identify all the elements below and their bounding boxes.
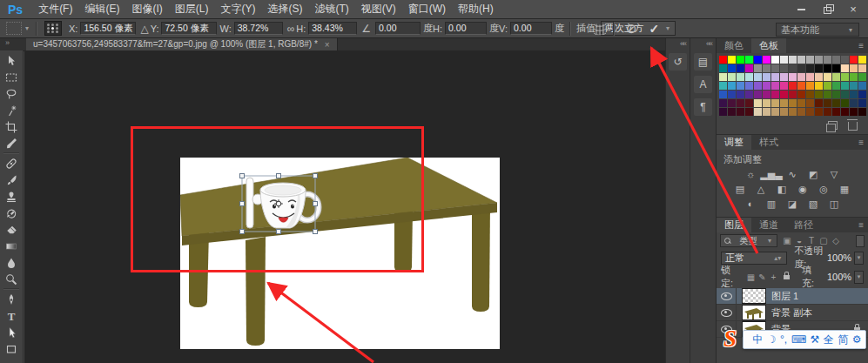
color-swatch[interactable] — [745, 99, 753, 107]
color-swatch[interactable] — [754, 56, 762, 64]
dodge-tool[interactable] — [2, 271, 21, 287]
tab-channels[interactable]: 通道 — [751, 218, 786, 232]
rectangle-tool[interactable] — [2, 340, 21, 357]
color-swatch[interactable] — [832, 73, 840, 81]
color-swatch[interactable] — [780, 73, 788, 81]
color-swatch[interactable] — [763, 56, 770, 64]
menu-item[interactable]: 文字(Y) — [214, 2, 261, 17]
color-swatch[interactable] — [745, 73, 753, 81]
color-swatch[interactable] — [780, 64, 788, 72]
color-swatch[interactable] — [789, 108, 797, 116]
color-swatch[interactable] — [806, 99, 814, 107]
color-swatch[interactable] — [832, 108, 840, 116]
color-swatch[interactable] — [806, 73, 814, 81]
layer-thumbnail[interactable] — [743, 306, 765, 319]
color-swatch[interactable] — [841, 64, 849, 72]
color-swatch[interactable] — [850, 82, 858, 90]
color-swatch[interactable] — [824, 73, 831, 81]
ime-chinese-mode[interactable]: 中 — [752, 333, 763, 347]
color-swatch[interactable] — [832, 99, 840, 107]
color-swatch[interactable] — [763, 99, 770, 107]
visibility-cell[interactable] — [717, 288, 737, 304]
levels-icon[interactable]: ▂▅▃ — [764, 169, 778, 180]
path-select-tool[interactable] — [2, 324, 21, 340]
vibrance-icon[interactable]: ▽ — [827, 169, 841, 180]
visibility-cell[interactable] — [717, 305, 737, 320]
eyedropper-tool[interactable] — [2, 135, 21, 151]
width-input[interactable]: 38.72% — [234, 22, 283, 35]
color-swatch[interactable] — [841, 108, 849, 116]
color-swatch[interactable] — [728, 56, 736, 64]
blur-tool[interactable] — [2, 254, 21, 271]
cancel-transform-button[interactable]: ⊘ — [626, 21, 637, 37]
menu-item[interactable]: 图层(L) — [169, 2, 215, 17]
canvas-pasteboard[interactable] — [24, 50, 665, 363]
color-swatch[interactable] — [850, 108, 858, 116]
color-swatch[interactable] — [789, 99, 797, 107]
color-swatch[interactable] — [719, 56, 727, 64]
close-tab-icon[interactable]: × — [325, 40, 330, 50]
curves-icon[interactable]: ∿ — [785, 169, 799, 180]
color-swatch[interactable] — [754, 99, 762, 107]
magic-wand-tool[interactable] — [2, 102, 21, 118]
properties-panel-icon[interactable]: ▤ — [694, 53, 712, 71]
move-tool[interactable] — [2, 52, 21, 69]
color-swatch[interactable] — [719, 108, 727, 116]
commit-transform-button[interactable]: ✓ — [649, 22, 660, 36]
eye-icon[interactable] — [721, 292, 732, 300]
color-swatch[interactable] — [763, 64, 770, 72]
color-swatch[interactable] — [719, 82, 727, 90]
color-swatch[interactable] — [737, 91, 744, 98]
lock-paint-icon[interactable]: ✎ — [757, 272, 767, 282]
close-button[interactable]: × — [840, 2, 866, 17]
crop-tool[interactable] — [2, 118, 21, 135]
color-swatch[interactable] — [797, 64, 805, 72]
invert-icon[interactable]: ◐ — [744, 198, 757, 210]
color-swatch[interactable] — [745, 56, 753, 64]
color-balance-icon[interactable]: △ — [754, 184, 768, 195]
color-swatch[interactable] — [737, 56, 744, 64]
color-swatch[interactable] — [737, 82, 744, 90]
restore-button[interactable] — [814, 2, 840, 17]
workspace-switcher[interactable]: 基本功能 ▾ — [776, 23, 859, 37]
pen-tool[interactable] — [2, 291, 21, 307]
skew-h-input[interactable]: 0.00 — [445, 22, 487, 35]
menu-item[interactable]: 文件(F) — [32, 2, 78, 17]
brightness-contrast-icon[interactable]: ☼ — [744, 169, 757, 180]
filter-pixel-layers-icon[interactable]: ▣ — [782, 236, 792, 245]
color-swatch[interactable] — [850, 64, 858, 72]
color-swatch[interactable] — [719, 91, 727, 98]
color-swatch[interactable] — [841, 99, 849, 107]
paragraph-panel-icon[interactable]: ¶ — [694, 98, 712, 116]
ime-moon-icon[interactable]: ☽ — [767, 333, 777, 346]
brush-tool[interactable] — [2, 171, 21, 188]
color-swatch[interactable] — [780, 99, 788, 107]
tab-color[interactable]: 颜色 — [717, 38, 751, 53]
color-swatch[interactable] — [815, 64, 823, 72]
color-swatch[interactable] — [728, 64, 736, 72]
color-swatch[interactable] — [841, 82, 849, 90]
color-swatch[interactable] — [780, 91, 788, 98]
ime-fullwidth[interactable]: 全 — [824, 333, 834, 347]
color-swatch[interactable] — [797, 56, 805, 64]
color-swatch[interactable] — [806, 91, 814, 98]
skew-v-input[interactable]: 0.00 — [510, 22, 552, 35]
lock-transparent-icon[interactable]: ▦ — [746, 272, 756, 282]
color-swatch[interactable] — [754, 108, 762, 116]
tab-layers[interactable]: 图层 — [717, 218, 751, 232]
ime-simplified[interactable]: 简 — [838, 333, 848, 347]
color-swatch[interactable] — [745, 82, 753, 90]
collapse-panels-icon[interactable]: «« — [690, 38, 716, 50]
sogou-ime-logo[interactable]: S — [723, 326, 737, 353]
gradient-tool[interactable] — [2, 238, 21, 254]
color-swatch[interactable] — [815, 99, 823, 107]
layer-row[interactable]: 背景 副本 — [717, 305, 868, 321]
layer-filter-type-select[interactable]: 类型 ▾ — [720, 234, 777, 247]
channel-mixer-icon[interactable]: ◎ — [817, 184, 831, 195]
color-swatch[interactable] — [754, 64, 762, 72]
color-swatch[interactable] — [824, 56, 831, 64]
color-swatch[interactable] — [815, 108, 823, 116]
color-swatch[interactable] — [763, 73, 770, 81]
clone-stamp-tool[interactable] — [2, 188, 21, 205]
marquee-tool[interactable] — [2, 69, 21, 85]
